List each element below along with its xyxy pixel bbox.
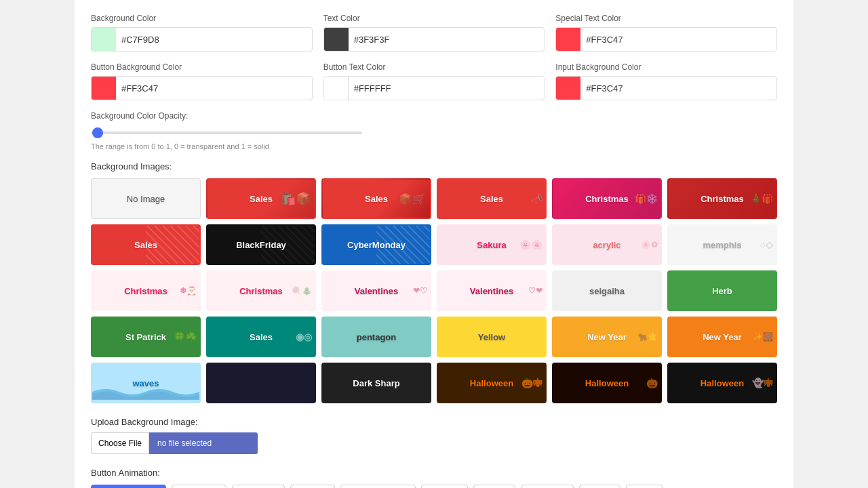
bg-image-sales-3[interactable]: Sales 📣 bbox=[437, 178, 547, 219]
bg-image-label: Valentines bbox=[355, 286, 398, 296]
anim-btn-flip[interactable]: Flip bbox=[626, 485, 663, 488]
bg-image-label: No Image bbox=[127, 194, 165, 204]
bg-image-sakura[interactable]: Sakura 🌸🌸 bbox=[437, 224, 547, 265]
bg-image-label: Christmas bbox=[585, 194, 629, 204]
anim-btn-emitting[interactable]: Emitting bbox=[172, 485, 226, 488]
btn-bg-color-value: #FF3C47 bbox=[116, 83, 312, 94]
bg-image-halloween-2[interactable]: Halloween 🎃 bbox=[552, 363, 662, 403]
animation-buttons: No Animation Emitting Bounce Flash Rubbe… bbox=[91, 485, 777, 488]
upload-label: Upload Background Image: bbox=[91, 417, 777, 427]
bg-image-label: Sales bbox=[250, 194, 273, 204]
bg-image-acrylic[interactable]: acrylic 🌸✿ bbox=[552, 224, 662, 265]
opacity-hint: The range is from 0 to 1, 0 = transparen… bbox=[91, 142, 777, 150]
bg-image-yellow[interactable]: Yellow bbox=[437, 317, 547, 357]
input-bg-color-field: Input Background Color #FF3C47 bbox=[555, 62, 777, 100]
bg-image-christmas-1[interactable]: Christmas 🎁❄️ bbox=[552, 178, 662, 219]
bg-image-label: pentagon bbox=[357, 332, 397, 342]
anim-btn-swing[interactable]: Swing bbox=[421, 485, 468, 488]
bg-image-label: Sales bbox=[250, 332, 273, 342]
bg-image-pentagon[interactable]: pentagon bbox=[321, 317, 431, 357]
text-color-input[interactable]: #3F3F3F bbox=[323, 27, 545, 52]
btn-bg-color-input[interactable]: #FF3C47 bbox=[91, 76, 313, 100]
btn-text-color-swatch[interactable] bbox=[324, 76, 349, 100]
anim-btn-flash[interactable]: Flash bbox=[290, 485, 335, 488]
bg-images-section: Background Images: No Image Sales 🛍️📦 Sa… bbox=[91, 161, 777, 403]
bg-images-grid: No Image Sales 🛍️📦 Sales 📦🛒 Sales 📣 Chri… bbox=[91, 178, 777, 403]
bg-image-no-image[interactable]: No Image bbox=[91, 178, 201, 219]
upload-row: Choose File no file selected bbox=[91, 432, 777, 454]
bg-image-label: Herb bbox=[712, 286, 732, 296]
bg-image-newyear-2[interactable]: New Year ✨🎆 bbox=[667, 317, 777, 357]
bg-image-sales-5[interactable]: Sales ◉◎ bbox=[206, 317, 316, 357]
bg-color-swatch[interactable] bbox=[92, 27, 116, 52]
bg-image-label: Sakura bbox=[477, 240, 506, 250]
input-bg-color-swatch[interactable] bbox=[556, 76, 580, 100]
anim-btn-tada[interactable]: Tada bbox=[473, 485, 515, 488]
bg-image-darksharp[interactable]: Dark Sharp bbox=[321, 363, 431, 403]
text-color-swatch[interactable] bbox=[324, 27, 349, 52]
btn-text-color-value: #FFFFFF bbox=[349, 83, 545, 94]
upload-section: Upload Background Image: Choose File no … bbox=[91, 417, 777, 454]
btn-bg-color-swatch[interactable] bbox=[92, 76, 116, 100]
animation-label: Button Animation: bbox=[91, 468, 777, 478]
special-color-swatch[interactable] bbox=[556, 27, 580, 52]
bg-image-label: Sales bbox=[134, 240, 157, 250]
special-color-input[interactable]: #FF3C47 bbox=[555, 27, 777, 52]
anim-btn-jello[interactable]: Jello bbox=[579, 485, 620, 488]
bg-image-label: Dark Sharp bbox=[353, 378, 399, 388]
btn-text-color-field: Button Text Color #FFFFFF bbox=[323, 62, 545, 100]
file-name-display: no file selected bbox=[149, 432, 258, 454]
bg-image-stpatrick[interactable]: St Patrick 🍀☘️ bbox=[91, 317, 201, 357]
bg-image-dark[interactable] bbox=[206, 363, 316, 403]
input-bg-color-input[interactable]: #FF3C47 bbox=[555, 76, 777, 100]
bg-image-christmas-3[interactable]: Christmas ❄🎅 bbox=[91, 270, 201, 311]
bg-images-label: Background Images: bbox=[91, 161, 777, 171]
bg-image-label: New Year bbox=[587, 332, 627, 342]
special-color-label: Special Text Color bbox=[555, 14, 777, 23]
input-bg-color-value: #FF3C47 bbox=[580, 83, 776, 94]
btn-text-color-input[interactable]: #FFFFFF bbox=[323, 76, 545, 100]
bg-image-sales-4[interactable]: Sales bbox=[91, 224, 201, 265]
opacity-label: Background Color Opacity: bbox=[91, 111, 777, 121]
text-color-label: Text Color bbox=[323, 14, 545, 23]
opacity-slider-container bbox=[91, 126, 362, 140]
bg-image-halloween-1[interactable]: Halloween 🎃🕷 bbox=[437, 363, 547, 403]
bg-image-memphis[interactable]: memphis ○◇ bbox=[667, 224, 777, 265]
bg-image-halloween-3[interactable]: Halloween 👻🕷 bbox=[667, 363, 777, 403]
anim-btn-no-animation[interactable]: No Animation bbox=[91, 485, 166, 488]
text-color-field: Text Color #3F3F3F bbox=[323, 14, 545, 52]
bg-image-label: Halloween bbox=[585, 378, 629, 388]
bg-color-field: Background Color #C7F9D8 bbox=[91, 14, 313, 52]
bg-image-label: Christmas bbox=[701, 194, 744, 204]
bg-image-waves[interactable]: waves bbox=[91, 363, 201, 403]
special-color-value: #FF3C47 bbox=[580, 35, 776, 45]
bg-image-label: waves bbox=[132, 378, 159, 388]
anim-btn-bounce[interactable]: Bounce bbox=[232, 485, 285, 488]
bg-image-label: Sales bbox=[480, 194, 503, 204]
opacity-slider-thumb[interactable] bbox=[92, 127, 103, 138]
bg-image-cybermonday[interactable]: CyberMonday bbox=[321, 224, 431, 265]
bg-image-herb[interactable]: Herb bbox=[667, 270, 777, 311]
bg-image-valentines-2[interactable]: Valentines ♡❤ bbox=[437, 270, 547, 311]
bg-image-label: Halloween bbox=[701, 378, 744, 388]
bg-color-input[interactable]: #C7F9D8 bbox=[91, 27, 313, 52]
bg-image-label: Halloween bbox=[470, 378, 513, 388]
anim-btn-wobble[interactable]: Wobble bbox=[521, 485, 574, 488]
bg-image-label: acrylic bbox=[593, 240, 620, 250]
animation-section: Button Animation: No Animation Emitting … bbox=[91, 468, 777, 488]
bg-image-seigaiha[interactable]: seigaiha bbox=[552, 270, 662, 311]
bg-image-newyear-1[interactable]: New Year 🐂🌟 bbox=[552, 317, 662, 357]
bg-image-christmas-2[interactable]: Christmas 🎄🎁 bbox=[667, 178, 777, 219]
anim-btn-rubber-band[interactable]: Rubber Band bbox=[340, 485, 416, 488]
bg-image-blackfriday[interactable]: BlackFriday bbox=[206, 224, 316, 265]
bg-image-sales-1[interactable]: Sales 🛍️📦 bbox=[206, 178, 316, 219]
special-color-field: Special Text Color #FF3C47 bbox=[555, 14, 777, 52]
bg-image-label: Christmas bbox=[239, 286, 283, 296]
bg-image-christmas-4[interactable]: Christmas 🍭🎄 bbox=[206, 270, 316, 311]
bg-image-valentines-1[interactable]: Valentines ❤♡ bbox=[321, 270, 431, 311]
bg-image-label: CyberMonday bbox=[347, 240, 406, 250]
choose-file-button[interactable]: Choose File bbox=[91, 432, 149, 454]
bg-image-sales-2[interactable]: Sales 📦🛒 bbox=[321, 178, 431, 219]
bg-image-label: BlackFriday bbox=[236, 240, 286, 250]
btn-bg-color-field: Button Background Color #FF3C47 bbox=[91, 62, 313, 100]
